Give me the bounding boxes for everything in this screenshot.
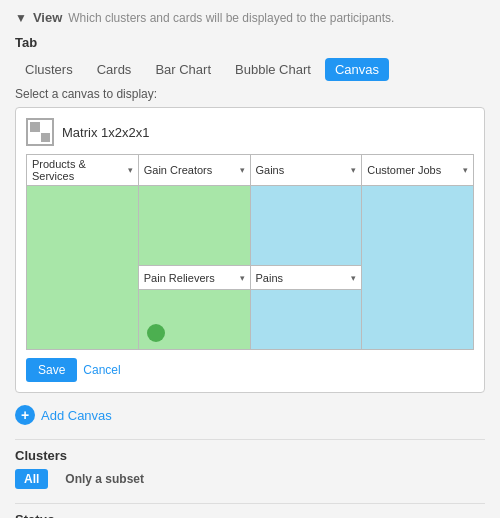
canvas-title: Matrix 1x2x2x1 <box>62 125 149 140</box>
cell-pains-blue <box>250 290 362 350</box>
col-header-gains[interactable]: Gains ▾ <box>250 155 362 186</box>
col-header-products[interactable]: Products & Services ▾ <box>27 155 139 186</box>
cell-gain-creators-green <box>138 186 250 266</box>
matrix-body-top <box>27 186 474 266</box>
cell-products-green <box>27 186 139 350</box>
bubble-indicator <box>147 324 165 342</box>
col-header-customer-jobs[interactable]: Customer Jobs ▾ <box>362 155 474 186</box>
tab-cards[interactable]: Cards <box>87 58 142 81</box>
add-canvas-row[interactable]: + Add Canvas <box>15 405 485 425</box>
matrix-icon <box>26 118 54 146</box>
canvas-buttons: Save Cancel <box>26 358 474 382</box>
tab-bar-chart[interactable]: Bar Chart <box>145 58 221 81</box>
matrix-table: Products & Services ▾ Gain Creators ▾ <box>26 154 474 350</box>
dropdown-arrow-pain: ▾ <box>240 273 245 283</box>
col-mid-pain-relievers[interactable]: Pain Relievers ▾ <box>138 266 250 290</box>
clusters-badges: All Only a subset <box>15 469 485 489</box>
dropdown-arrow-pains: ▾ <box>351 273 356 283</box>
save-button[interactable]: Save <box>26 358 77 382</box>
dropdown-arrow-products: ▾ <box>128 165 133 175</box>
col-header-gain-creators[interactable]: Gain Creators ▾ <box>138 155 250 186</box>
dropdown-arrow-customer: ▾ <box>463 165 468 175</box>
matrix-grid: Products & Services ▾ Gain Creators ▾ <box>26 154 474 350</box>
divider-1 <box>15 439 485 440</box>
cell-pain-relievers-green <box>138 290 250 350</box>
view-label: View <box>33 10 62 25</box>
matrix-header-row: Products & Services ▾ Gain Creators ▾ <box>27 155 474 186</box>
canvas-select-label: Select a canvas to display: <box>15 87 485 101</box>
cell-gains-blue <box>250 186 362 266</box>
tab-section-label: Tab <box>15 35 485 50</box>
clusters-title: Clusters <box>15 448 485 463</box>
tab-bubble-chart[interactable]: Bubble Chart <box>225 58 321 81</box>
divider-2 <box>15 503 485 504</box>
view-section-header: ▼ View Which clusters and cards will be … <box>15 10 485 25</box>
clusters-all-badge[interactable]: All <box>15 469 48 489</box>
status-title: Status <box>15 512 485 518</box>
tab-clusters[interactable]: Clusters <box>15 58 83 81</box>
tab-canvas[interactable]: Canvas <box>325 58 389 81</box>
canvas-card: Matrix 1x2x2x1 Products & Services ▾ <box>15 107 485 393</box>
cancel-button[interactable]: Cancel <box>83 363 120 377</box>
add-canvas-label: Add Canvas <box>41 408 112 423</box>
cell-customer-jobs-blue <box>362 186 474 350</box>
view-desc: Which clusters and cards will be display… <box>68 11 394 25</box>
col-mid-pains[interactable]: Pains ▾ <box>250 266 362 290</box>
dropdown-arrow-gains: ▾ <box>351 165 356 175</box>
clusters-subset-badge[interactable]: Only a subset <box>56 469 153 489</box>
canvas-title-row: Matrix 1x2x2x1 <box>26 118 474 146</box>
add-canvas-icon: + <box>15 405 35 425</box>
tabs-container: Clusters Cards Bar Chart Bubble Chart Ca… <box>15 58 485 81</box>
view-arrow[interactable]: ▼ <box>15 11 27 25</box>
dropdown-arrow-gain: ▾ <box>240 165 245 175</box>
